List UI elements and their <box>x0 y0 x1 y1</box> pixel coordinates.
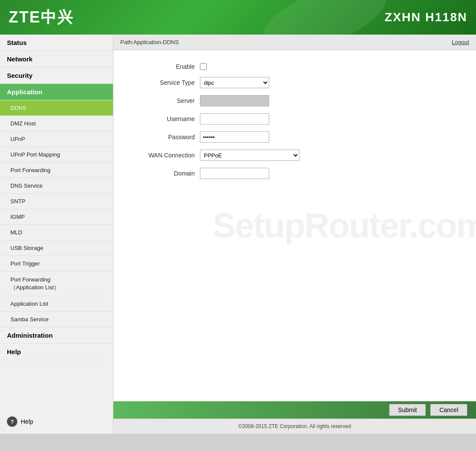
wan-connection-row: WAN Connection PPPoE DHCP Static <box>131 150 459 161</box>
logout-link[interactable]: Logout <box>452 39 469 45</box>
sidebar-item-application[interactable]: Application <box>0 84 113 100</box>
server-label: Server <box>131 97 200 104</box>
username-control <box>200 113 269 125</box>
logo: ZTE中兴 <box>9 7 74 28</box>
domain-input[interactable] <box>200 168 269 179</box>
enable-checkbox[interactable] <box>200 63 207 70</box>
sidebar-item-dmz-host[interactable]: DMZ Host <box>0 116 113 131</box>
sidebar-item-igmp[interactable]: IGMP <box>0 209 113 225</box>
sidebar-item-security[interactable]: Security <box>0 67 113 84</box>
copyright-bar: ©2008-2015 ZTE Corporation. All rights r… <box>113 419 476 434</box>
submit-button[interactable]: Submit <box>389 404 426 416</box>
sidebar-item-usb-storage[interactable]: USB Storage <box>0 240 113 256</box>
model-name: ZXHN H118N <box>385 10 467 24</box>
content: Path:Application-DDNS Logout SetupRouter… <box>113 35 476 434</box>
password-row: Password <box>131 131 459 143</box>
sidebar-item-administration[interactable]: Administration <box>0 327 113 344</box>
password-input[interactable] <box>200 131 269 143</box>
enable-label: Enable <box>131 63 200 70</box>
password-label: Password <box>131 134 200 141</box>
enable-control <box>200 63 207 70</box>
wan-connection-select[interactable]: PPPoE DHCP Static <box>200 150 299 161</box>
breadcrumb-bar: Path:Application-DDNS Logout <box>113 35 476 50</box>
help-icon: ? <box>7 416 17 427</box>
sidebar-item-upnp-port-mapping[interactable]: UPnP Port Mapping <box>0 147 113 163</box>
service-type-row: Service Type dipc dyndns no-ip <box>131 77 459 88</box>
sidebar-item-samba-service[interactable]: Samba Service <box>0 312 113 327</box>
help-section: ? Help <box>0 409 113 434</box>
help-label[interactable]: Help <box>21 418 33 425</box>
service-type-label: Service Type <box>131 79 200 86</box>
watermark: SetupRouter.com <box>212 206 476 246</box>
sidebar-item-network[interactable]: Network <box>0 51 113 67</box>
sidebar-item-help-category[interactable]: Help <box>0 344 113 360</box>
main-wrapper: Status Network Security Application DDNS… <box>0 35 476 434</box>
domain-label: Domain <box>131 170 200 177</box>
username-input[interactable] <box>200 113 269 125</box>
service-type-select[interactable]: dipc dyndns no-ip <box>200 77 269 88</box>
sidebar: Status Network Security Application DDNS… <box>0 35 113 434</box>
domain-row: Domain <box>131 168 459 179</box>
username-row: Username <box>131 113 459 125</box>
sidebar-item-sntp[interactable]: SNTP <box>0 194 113 209</box>
cancel-button[interactable]: Cancel <box>430 404 467 416</box>
sidebar-item-dns-service[interactable]: DNS Service <box>0 178 113 194</box>
header: ZTE中兴 ZXHN H118N <box>0 0 476 35</box>
sidebar-item-application-list[interactable]: Application List <box>0 296 113 312</box>
enable-row: Enable <box>131 63 459 70</box>
sidebar-item-port-forwarding-app-list[interactable]: Port Forwarding（Application List） <box>0 272 113 296</box>
copyright-text: ©2008-2015 ZTE Corporation. All rights r… <box>238 423 351 429</box>
username-label: Username <box>131 115 200 122</box>
breadcrumb: Path:Application-DDNS <box>120 39 179 45</box>
sidebar-item-status[interactable]: Status <box>0 35 113 51</box>
service-type-control: dipc dyndns no-ip <box>200 77 269 88</box>
wan-connection-label: WAN Connection <box>131 152 200 159</box>
server-control <box>200 95 269 106</box>
form-area: SetupRouter.com Enable Service Type dipc… <box>113 50 476 401</box>
password-control <box>200 131 269 143</box>
sidebar-item-port-trigger[interactable]: Port Trigger <box>0 256 113 272</box>
sidebar-item-upnp[interactable]: UPnP <box>0 131 113 147</box>
sidebar-item-ddns[interactable]: DDNS <box>0 100 113 116</box>
server-input[interactable] <box>200 95 269 106</box>
domain-control <box>200 168 269 179</box>
footer-bar: Submit Cancel <box>113 401 476 419</box>
server-row: Server <box>131 95 459 106</box>
wan-connection-control: PPPoE DHCP Static <box>200 150 299 161</box>
sidebar-item-port-forwarding[interactable]: Port Forwarding <box>0 163 113 178</box>
sidebar-item-mld[interactable]: MLD <box>0 225 113 240</box>
